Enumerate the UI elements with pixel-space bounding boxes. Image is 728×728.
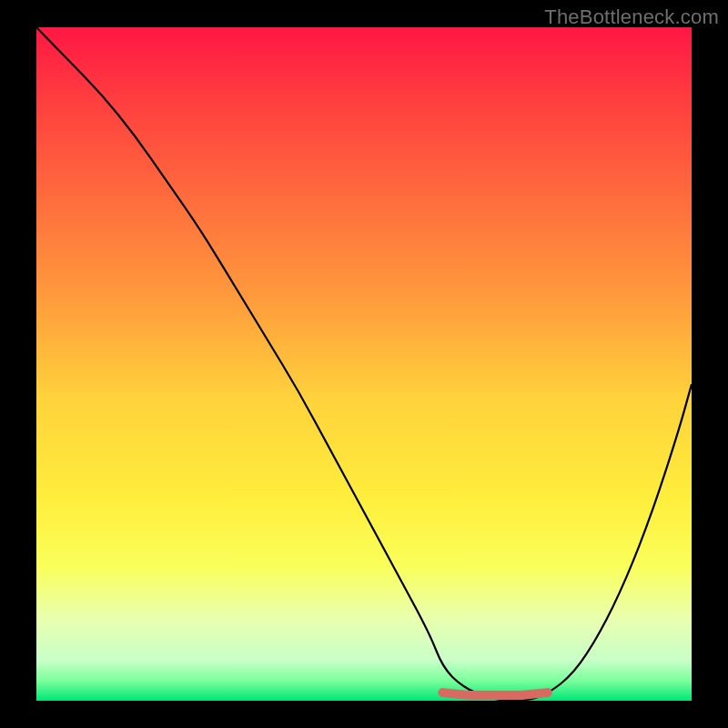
- watermark-text: TheBottleneck.com: [544, 5, 719, 29]
- bottleneck-curve-path: [36, 27, 692, 701]
- optimal-band-path: [442, 693, 547, 695]
- chart-curves: [36, 27, 692, 701]
- chart-plot-area: [36, 27, 692, 701]
